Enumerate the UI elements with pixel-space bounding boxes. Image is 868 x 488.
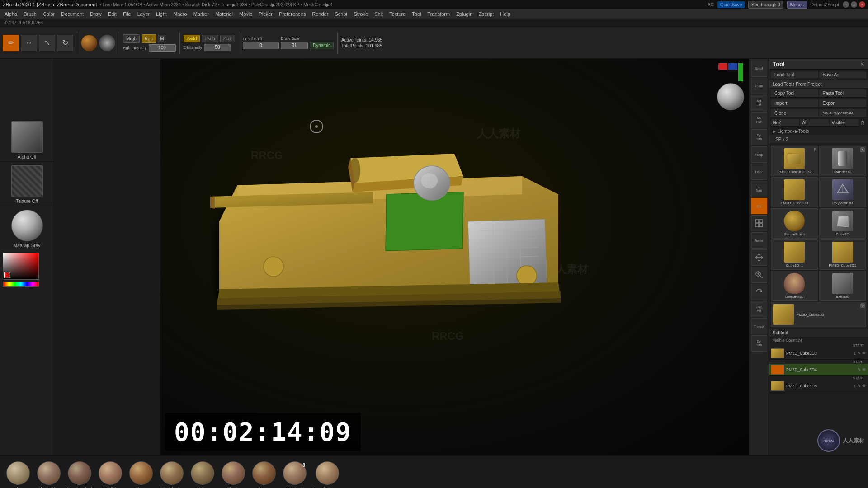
eye-icon-3[interactable]: 👁 <box>862 384 866 388</box>
edit-icon-2[interactable]: ✎ <box>858 367 861 372</box>
brush-item-elastic[interactable]: Elastic <box>220 461 247 488</box>
brush-item-trimadaptive[interactable]: TrimAdaptive <box>158 461 185 488</box>
menu-item-edit[interactable]: Edit <box>105 10 119 18</box>
tool-polymesh3d[interactable]: PolyMesh3D <box>819 177 867 207</box>
load-tools-from-project-btn[interactable]: Load Tools From Project <box>769 80 868 89</box>
menu-item-texture[interactable]: Texture <box>387 10 408 18</box>
menu-item-marker[interactable]: Marker <box>191 10 212 18</box>
menu-item-script[interactable]: Script <box>332 10 350 18</box>
import-btn[interactable]: Import <box>771 99 818 108</box>
brush-item-move[interactable]: Move <box>250 461 278 488</box>
tool-cube3d-1[interactable]: Cube3D_1 <box>771 239 818 270</box>
rotate-mode-btn[interactable]: ↻ <box>57 35 73 51</box>
focal-shift-value[interactable]: 0 <box>243 42 279 49</box>
all-btn[interactable]: All <box>800 119 829 127</box>
save-as-btn[interactable]: Save As <box>819 71 867 79</box>
menu-item-draw[interactable]: Draw <box>87 10 104 18</box>
export-btn[interactable]: Export <box>819 99 867 108</box>
tool-pm3d-cube3d3-b[interactable]: PM3D_Cube3D3 <box>771 177 818 207</box>
goz-btn[interactable]: GoZ <box>771 119 799 127</box>
z-intensity-value[interactable]: 50 <box>204 44 231 51</box>
menu-item-preferences[interactable]: Preferences <box>276 10 308 18</box>
scroll-btn[interactable]: Scroll <box>751 61 767 77</box>
menu-item-shit[interactable]: Shit <box>372 10 386 18</box>
copy-tool-btn[interactable]: Copy Tool <box>771 89 818 98</box>
menu-item-zplugin[interactable]: Zplugin <box>453 10 475 18</box>
menu-item-transform[interactable]: Transform <box>425 10 453 18</box>
alpha-icon[interactable] <box>99 35 115 51</box>
tool-cylinder3d[interactable]: 4 Cylinder3D <box>819 146 867 176</box>
subtool-pm3d5[interactable]: PM3D_Cube3D5 1 ✎ 👁 <box>769 380 868 392</box>
tool-cube3d[interactable]: Cube3D <box>819 208 867 239</box>
minimize-btn[interactable]: − <box>843 1 849 8</box>
rgb-intensity-value[interactable]: 100 <box>149 44 176 52</box>
menu-item-light[interactable]: Light <box>153 10 170 18</box>
brush-item-imm-basic[interactable]: 8IMM Basic <box>281 461 308 488</box>
maximize-btn[interactable]: □ <box>851 1 857 8</box>
menu-item-brush[interactable]: Brush <box>21 10 39 18</box>
matcap-thumb[interactable] <box>11 210 43 241</box>
zoomd-btn[interactable] <box>751 267 767 283</box>
dynamic-side-btn[interactable]: Dynam <box>751 129 767 145</box>
visible-btn[interactable]: Visible <box>830 119 859 127</box>
alpha-thumb[interactable] <box>11 121 43 153</box>
brush-item-flatten[interactable]: Flatten <box>189 461 216 488</box>
menu-item-color[interactable]: Color <box>40 10 57 18</box>
alpha-label[interactable]: Alpha Off <box>2 155 52 160</box>
texture-label[interactable]: Texture Off <box>2 199 52 204</box>
brush-item-hpolish[interactable]: hPolish <box>97 461 124 488</box>
transp-btn[interactable]: Transp <box>751 318 767 334</box>
brush-icon[interactable] <box>81 35 97 51</box>
menu-item-tool[interactable]: Tool <box>409 10 424 18</box>
draw-size-value[interactable]: 31 <box>281 42 308 49</box>
menu-item-zscript[interactable]: Zscript <box>476 10 496 18</box>
menu-item-macro[interactable]: Macro <box>170 10 190 18</box>
zcut-btn[interactable]: Zcut <box>220 35 235 42</box>
menu-item-movie[interactable]: Movie <box>236 10 255 18</box>
tool-pm3d-cube3d1[interactable]: PM3D_Cube3D1 <box>819 239 867 270</box>
navigation-widget[interactable] <box>717 63 744 110</box>
actual-btn[interactable]: Actual <box>751 95 767 111</box>
texture-thumb[interactable] <box>11 165 43 197</box>
mrgb-btn[interactable]: Mrgb <box>123 34 140 43</box>
menu-item-document[interactable]: Document <box>58 10 86 18</box>
matcap-label[interactable]: MatCap Gray <box>2 243 52 248</box>
menus-btn[interactable]: Menus <box>787 1 807 9</box>
menu-item-picker[interactable]: Picker <box>256 10 275 18</box>
tool-pm3d-cube3d3-52[interactable]: R PM3D_Cube3D3_ 52 <box>771 146 818 176</box>
rgb-btn[interactable]: Rgb <box>142 34 156 43</box>
brush-item-smooth-stronger[interactable]: Smooth Stronger <box>312 461 343 488</box>
menu-item-render[interactable]: Render <box>309 10 331 18</box>
lsym-btn[interactable]: L.Sym <box>751 181 767 197</box>
menu-item-material[interactable]: Material <box>212 10 236 18</box>
make-polymesh3d-btn[interactable]: Make PolyMesh3D <box>819 109 867 117</box>
dynamic-btn[interactable]: Dynamic <box>310 42 334 49</box>
zadd-btn[interactable]: Zadd <box>184 35 200 42</box>
load-tool-btn[interactable]: Load Tool <box>771 71 818 79</box>
clone-btn[interactable]: Clone <box>771 109 818 117</box>
menu-item-alpha[interactable]: Alpha <box>2 10 20 18</box>
tool-extract0[interactable]: Extract0 <box>819 271 867 301</box>
brush-item-claybuildup[interactable]: ClayBuildup <box>35 461 62 488</box>
persp-btn[interactable]: Persp <box>751 146 767 163</box>
hue-slider[interactable] <box>3 282 39 287</box>
draw-btn[interactable]: ✏ <box>3 35 19 51</box>
zoom-side-btn[interactable]: Zoom <box>751 78 767 94</box>
qgrid-btn[interactable] <box>751 215 767 231</box>
move-side-btn[interactable] <box>751 249 767 266</box>
brush-item-clay[interactable]: Clay <box>5 461 32 488</box>
edit-icon-3[interactable]: ✎ <box>858 384 861 388</box>
rotate-side-btn[interactable] <box>751 284 767 300</box>
edit-icon-1[interactable]: ✎ <box>858 351 861 356</box>
eye-icon-1[interactable]: 👁 <box>862 351 866 356</box>
viewport-3d[interactable]: RRCG 人人素材 RRCG 人人素材 RRCG 人人素材 <box>160 59 749 455</box>
brush-item-damstandard[interactable]: DamStandard <box>66 461 93 488</box>
orientation-sphere[interactable] <box>717 83 744 110</box>
lightbox-section[interactable]: ▶ Lightbox▶Tools <box>769 127 868 135</box>
tool-pm3d-cube3d3-c[interactable]: 4 PM3D_Cube3D3 <box>771 302 866 327</box>
m-btn[interactable]: M <box>158 35 166 42</box>
brush-item-planar[interactable]: Planar <box>127 461 155 488</box>
color-gradient[interactable] <box>3 253 39 280</box>
aahalf-btn[interactable]: AAHalf <box>751 112 767 128</box>
panel-close-icon[interactable]: ✕ <box>860 61 864 67</box>
